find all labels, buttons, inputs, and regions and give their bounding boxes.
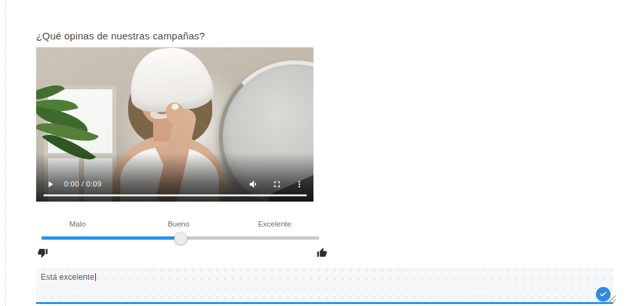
- more-options-icon[interactable]: [294, 179, 304, 189]
- slider-label-malo: Malo: [69, 220, 85, 228]
- thumbs-down-icon: [37, 248, 48, 261]
- video-player[interactable]: 0:00 / 0:09: [36, 47, 313, 202]
- volume-icon[interactable]: [248, 179, 260, 190]
- panel-dashed-divider: [5, 0, 6, 306]
- slider-fill: [41, 236, 181, 240]
- comment-textarea[interactable]: Está excelente: [36, 268, 613, 304]
- check-icon: [599, 290, 607, 298]
- thumbs-up-icon: [317, 248, 327, 261]
- text-cursor: [95, 273, 96, 281]
- slider-handle[interactable]: [174, 232, 187, 245]
- slider-label-bueno: Bueno: [168, 220, 189, 228]
- play-icon[interactable]: [45, 179, 55, 189]
- slider-label-excelente: Excelente: [258, 220, 292, 228]
- comment-text: Está excelente: [41, 273, 96, 282]
- question-title: ¿Qué opinas de nuestras campañas?: [36, 30, 205, 41]
- fullscreen-icon[interactable]: [272, 179, 282, 189]
- video-controls: 0:00 / 0:09: [36, 175, 313, 192]
- slider-endpoint-icons: [36, 247, 327, 260]
- rating-slider: Malo Bueno Excelente: [36, 220, 319, 248]
- resize-handle-icon[interactable]: [607, 294, 616, 303]
- video-time-display: 0:00 / 0:09: [64, 180, 102, 188]
- video-progress-bar[interactable]: [43, 194, 307, 196]
- slider-track[interactable]: [41, 236, 319, 240]
